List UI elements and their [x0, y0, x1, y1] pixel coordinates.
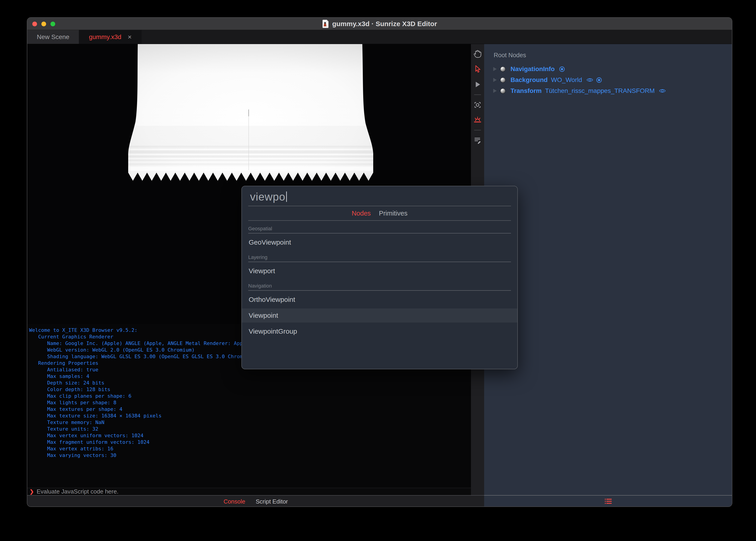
search-query-row[interactable]: viewpo	[242, 186, 517, 206]
arrow-cursor-icon	[473, 64, 483, 74]
tab-nodes[interactable]: Nodes	[352, 210, 371, 217]
console-line: Max fragment uniform vectors: 1024	[29, 439, 471, 445]
divider	[248, 220, 511, 221]
window-title: gummy.x3d · Sunrize X3D Editor	[332, 20, 437, 28]
select-tool-button[interactable]	[473, 64, 483, 74]
outline-node-row[interactable]: TransformTütchen_rissc_mappes_TRANSFORM	[484, 85, 732, 96]
window-controls	[32, 18, 55, 30]
node-state-icons	[659, 88, 666, 93]
script-editor-button[interactable]	[473, 135, 483, 145]
node-type: Transform	[511, 87, 542, 95]
toolbar-divider	[474, 130, 481, 130]
expand-arrow-icon[interactable]	[493, 78, 497, 82]
eye-icon[interactable]	[659, 88, 666, 93]
section-header: Navigation	[248, 283, 511, 291]
node-def-name: WO_World	[551, 76, 582, 84]
expand-arrow-icon[interactable]	[493, 67, 497, 71]
hand-tool-button[interactable]	[473, 49, 483, 59]
outline-node-row[interactable]: NavigationInfo	[484, 64, 732, 75]
tab-console[interactable]: Console	[223, 498, 245, 505]
outline-tree: NavigationInfoBackgroundWO_WorldTransfor…	[484, 64, 732, 96]
outline-bottombar	[484, 495, 732, 507]
eye-icon[interactable]	[586, 77, 593, 82]
node-sphere-icon	[500, 66, 506, 72]
bound-icon[interactable]	[559, 66, 565, 72]
search-input[interactable]: viewpo	[250, 191, 285, 203]
console-input-row: ❯	[27, 488, 471, 495]
console-line: Max textures per shape: 4	[29, 406, 471, 412]
console-tabbar: Console Script Editor	[27, 495, 484, 507]
frame-view-button[interactable]	[473, 100, 483, 110]
node-type: Background	[511, 76, 548, 84]
text-cursor	[286, 192, 287, 202]
minimize-window-button[interactable]	[41, 22, 46, 26]
tab-label: gummy.x3d	[89, 33, 121, 41]
console-line: Max clip planes per shape: 6	[29, 393, 471, 399]
window-title-area: gummy.x3d · Sunrize X3D Editor	[27, 20, 732, 28]
console-line: Max texture size: 16384 × 16384 pixels	[29, 412, 471, 419]
search-dialog-tabs: Nodes Primitives	[242, 206, 517, 220]
node-state-icons	[586, 77, 602, 83]
console-line: Color depth: 128 bits	[29, 386, 471, 393]
toolbar-divider	[474, 95, 481, 95]
node-search-dialog: viewpo Nodes Primitives GeospatialGeoVie…	[241, 186, 518, 369]
console-line: Max vertex uniform vectors: 1024	[29, 432, 471, 439]
node-result-item[interactable]: Viewpoint	[242, 308, 517, 322]
sunrise-light-button[interactable]	[473, 115, 483, 125]
close-window-button[interactable]	[32, 22, 37, 26]
console-line: Max varying vectors: 30	[29, 452, 471, 459]
node-list-button[interactable]	[604, 498, 613, 505]
node-sphere-icon	[500, 77, 506, 83]
play-icon	[473, 80, 483, 90]
outline-panel: Root Nodes NavigationInfoBackgroundWO_Wo…	[484, 44, 732, 507]
console-line: Texture memory: NaN	[29, 419, 471, 426]
console-line: Max vertex attribs: 16	[29, 445, 471, 452]
sunrise-icon	[473, 115, 483, 125]
node-result-item[interactable]: GeoViewpoint	[242, 235, 517, 250]
console-line: Max samples: 4	[29, 373, 471, 379]
console-line: Texture units: 32	[29, 426, 471, 432]
node-result-item[interactable]: Viewport	[242, 264, 517, 278]
bound-icon[interactable]	[596, 77, 602, 83]
tab-gummy-x3d[interactable]: gummy.x3d ×	[79, 30, 142, 44]
section-header: Geospatial	[248, 226, 511, 234]
tab-label: New Scene	[37, 33, 69, 41]
tab-new-scene[interactable]: New Scene	[27, 30, 79, 44]
play-button[interactable]	[473, 80, 483, 90]
node-type: NavigationInfo	[511, 65, 555, 73]
node-state-icons	[559, 66, 565, 72]
tab-primitives[interactable]: Primitives	[379, 210, 408, 217]
document-tabstrip: New Scene gummy.x3d ×	[27, 30, 732, 44]
expand-arrow-icon[interactable]	[493, 89, 497, 93]
zoom-window-button[interactable]	[50, 22, 55, 26]
outline-node-row[interactable]: BackgroundWO_World	[484, 75, 732, 85]
node-sphere-icon	[500, 88, 506, 94]
screen: { "window": { "title": "gummy.x3d · Sunr…	[0, 0, 756, 541]
gummy-bag-model	[127, 44, 375, 182]
tab-script-editor[interactable]: Script Editor	[256, 498, 288, 505]
console-input[interactable]	[37, 488, 471, 495]
hand-icon	[473, 49, 483, 59]
section-header: Layering	[248, 255, 511, 262]
close-tab-icon[interactable]: ×	[128, 33, 132, 41]
search-results-list: GeospatialGeoViewpointLayeringViewportNa…	[242, 226, 517, 338]
console-line: Max lights per shape: 8	[29, 399, 471, 406]
file-icon	[322, 20, 329, 28]
node-def-name: Tütchen_rissc_mappes_TRANSFORM	[545, 87, 655, 95]
titlebar: gummy.x3d · Sunrize X3D Editor	[27, 18, 732, 30]
console-line: Depth size: 24 bits	[29, 379, 471, 386]
outline-header: Root Nodes	[494, 52, 526, 59]
list-icon	[604, 498, 613, 505]
prompt-icon: ❯	[30, 489, 34, 495]
script-edit-icon	[473, 135, 483, 145]
node-result-item[interactable]: ViewpointGroup	[242, 324, 517, 338]
frame-view-icon	[473, 100, 483, 110]
node-result-item[interactable]: OrthoViewpoint	[242, 292, 517, 306]
